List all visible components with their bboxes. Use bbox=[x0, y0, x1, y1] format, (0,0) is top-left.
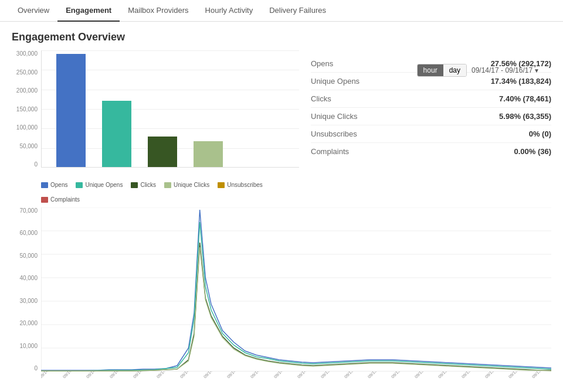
y-label-0: 0 bbox=[34, 161, 38, 168]
unsubscribes-color bbox=[218, 182, 225, 188]
svg-text:09/14/17 12:00 PM: 09/14/17 12:00 PM bbox=[179, 371, 207, 379]
opens-color bbox=[41, 182, 48, 188]
y-label-300k: 300,000 bbox=[16, 50, 38, 57]
stat-clicks-value: 7.40% (78,461) bbox=[499, 94, 551, 103]
page-title: Engagement Overview bbox=[12, 31, 551, 43]
svg-text:09/14/17 02:00 AM: 09/14/17 02:00 AM bbox=[62, 371, 90, 379]
unique-opens-color bbox=[76, 182, 83, 188]
legend-clicks: Clicks bbox=[131, 182, 156, 188]
nav-engagement[interactable]: Engagement bbox=[57, 0, 120, 22]
controls-row: hour day 09/14/17 - 09/16/17 ▼ bbox=[417, 64, 540, 77]
nav-delivery-failures[interactable]: Delivery Failures bbox=[261, 0, 334, 22]
legend-unique-clicks: Unique Clicks bbox=[164, 182, 209, 188]
stat-unsubscribes-value: 0% (0) bbox=[529, 129, 551, 138]
svg-text:09/15/17 12:00 AM: 09/15/17 12:00 AM bbox=[320, 371, 348, 379]
stat-unsubscribes: Unsubscribes 0% (0) bbox=[311, 125, 551, 143]
svg-text:09/15/17 08:00 AM: 09/15/17 08:00 AM bbox=[414, 371, 442, 379]
y-label-200k: 200,000 bbox=[16, 87, 38, 94]
line-y-20k: 20,000 bbox=[19, 320, 38, 326]
line-chart-svg bbox=[41, 207, 551, 371]
line-y-30k: 30,000 bbox=[19, 298, 38, 304]
bar-y-axis: 300,000 250,000 200,000 150,000 100,000 … bbox=[12, 50, 41, 168]
line-y-axis: 70,000 60,000 50,000 40,000 30,000 20,00… bbox=[12, 207, 41, 371]
hour-button[interactable]: hour bbox=[418, 64, 443, 76]
legend-opens: Opens bbox=[41, 182, 67, 188]
line-unique-clicks bbox=[41, 247, 551, 371]
chevron-down-icon: ▼ bbox=[534, 67, 540, 74]
svg-text:09/14/17 06:00 PM: 09/14/17 06:00 PM bbox=[250, 371, 277, 379]
svg-text:09/15/17 02:00 AM: 09/15/17 02:00 AM bbox=[344, 371, 371, 379]
stat-unique-clicks: Unique Clicks 5.98% (63,355) bbox=[311, 108, 551, 125]
legend-unique-clicks-label: Unique Clicks bbox=[174, 182, 209, 188]
stat-clicks-label: Clicks bbox=[311, 94, 331, 103]
legend-unsubscribes: Unsubscribes bbox=[218, 182, 263, 188]
svg-text:09/15/17 12:00 PM: 09/15/17 12:00 PM bbox=[461, 371, 489, 379]
y-label-150k: 150,000 bbox=[16, 106, 38, 113]
svg-text:09/14/17 08:00 AM: 09/14/17 08:00 AM bbox=[133, 371, 160, 379]
legend-unique-opens: Unique Opens bbox=[76, 182, 123, 188]
bar-unique-clicks bbox=[191, 50, 226, 167]
day-button[interactable]: day bbox=[443, 64, 466, 76]
line-y-70k: 70,000 bbox=[19, 207, 38, 214]
svg-text:09/15/17 06:00 PM: 09/15/17 06:00 PM bbox=[531, 371, 551, 379]
svg-text:09/14/17 08:00 PM: 09/14/17 08:00 PM bbox=[273, 371, 301, 379]
line-y-60k: 60,000 bbox=[19, 230, 38, 236]
date-range-picker[interactable]: 09/14/17 - 09/16/17 ▼ bbox=[472, 66, 540, 74]
nav-hourly-activity[interactable]: Hourly Activity bbox=[197, 0, 262, 22]
navigation: Overview Engagement Mailbox Providers Ho… bbox=[0, 0, 563, 22]
svg-text:09/14/17 10:00 PM: 09/14/17 10:00 PM bbox=[297, 371, 324, 379]
stat-unique-clicks-value: 5.98% (63,355) bbox=[499, 112, 551, 121]
y-label-250k: 250,000 bbox=[16, 69, 38, 76]
nav-overview[interactable]: Overview bbox=[9, 0, 57, 22]
stat-unique-opens-label: Unique Opens bbox=[311, 77, 359, 86]
main-content: Engagement Overview hour day 09/14/17 - … bbox=[0, 22, 563, 392]
svg-text:09/14/17 02:00 PM: 09/14/17 02:00 PM bbox=[203, 371, 230, 379]
svg-text:09/14/17 04:00 AM: 09/14/17 04:00 AM bbox=[86, 371, 113, 379]
stat-unsubscribes-label: Unsubscribes bbox=[311, 129, 357, 138]
line-chart-section: 70,000 60,000 50,000 40,000 30,000 20,00… bbox=[12, 207, 551, 392]
bar-chart bbox=[41, 50, 299, 168]
line-y-10k: 10,000 bbox=[19, 343, 38, 349]
stat-complaints: Complaints 0.00% (36) bbox=[311, 143, 551, 160]
bar-chart-wrapper: 300,000 250,000 200,000 150,000 100,000 … bbox=[12, 50, 299, 179]
stat-complaints-value: 0.00% (36) bbox=[514, 147, 551, 156]
bar-opens bbox=[53, 50, 89, 167]
y-label-50k: 50,000 bbox=[19, 143, 38, 149]
line-chart-wrapper: 70,000 60,000 50,000 40,000 30,000 20,00… bbox=[12, 207, 551, 392]
stat-clicks: Clicks 7.40% (78,461) bbox=[311, 90, 551, 108]
legend-unique-opens-label: Unique Opens bbox=[85, 182, 123, 188]
x-axis-svg: 09/14/17 12:00 AM 09/14/17 02:00 AM 09/1… bbox=[41, 371, 551, 392]
legend-opens-label: Opens bbox=[50, 182, 67, 188]
clicks-color bbox=[131, 182, 138, 188]
line-clicks bbox=[41, 243, 551, 371]
svg-text:09/14/17 06:00 AM: 09/14/17 06:00 AM bbox=[109, 371, 137, 379]
top-area: Engagement Overview hour day 09/14/17 - … bbox=[12, 31, 551, 392]
stat-unique-opens-value: 17.34% (183,824) bbox=[491, 77, 551, 86]
legend-complaints-label: Complaints bbox=[50, 196, 80, 203]
line-unique-opens bbox=[41, 222, 551, 371]
unique-clicks-color bbox=[164, 182, 171, 188]
y-label-100k: 100,000 bbox=[16, 124, 38, 131]
legend-unsubscribes-label: Unsubscribes bbox=[227, 182, 263, 188]
nav-mailbox-providers[interactable]: Mailbox Providers bbox=[120, 0, 196, 22]
svg-text:09/15/17 04:00 AM: 09/15/17 04:00 AM bbox=[367, 371, 395, 379]
date-range-text: 09/14/17 - 09/16/17 bbox=[472, 66, 533, 74]
legend-complaints: Complaints bbox=[41, 196, 80, 203]
complaints-color bbox=[41, 197, 48, 203]
svg-text:09/14/17 04:00 PM: 09/14/17 04:00 PM bbox=[226, 371, 254, 379]
svg-text:09/15/17 06:00 AM: 09/15/17 06:00 AM bbox=[391, 371, 418, 379]
stat-opens-label: Opens bbox=[311, 59, 333, 68]
line-y-50k: 50,000 bbox=[19, 253, 38, 259]
line-y-40k: 40,000 bbox=[19, 275, 38, 281]
legend-clicks-label: Clicks bbox=[140, 182, 156, 188]
bar-unique-opens bbox=[99, 50, 134, 167]
bar-clicks bbox=[145, 50, 180, 167]
line-y-0: 0 bbox=[34, 365, 38, 371]
stat-complaints-label: Complaints bbox=[311, 147, 349, 156]
svg-text:09/15/17 02:00 PM: 09/15/17 02:00 PM bbox=[484, 371, 512, 379]
line-opens bbox=[41, 210, 551, 370]
svg-text:09/15/17 10:00 AM: 09/15/17 10:00 AM bbox=[437, 371, 465, 379]
x-axis-labels: 09/14/17 12:00 AM 09/14/17 02:00 AM 09/1… bbox=[41, 371, 551, 392]
stat-unique-clicks-label: Unique Clicks bbox=[311, 112, 357, 121]
hour-day-toggle: hour day bbox=[417, 64, 467, 77]
